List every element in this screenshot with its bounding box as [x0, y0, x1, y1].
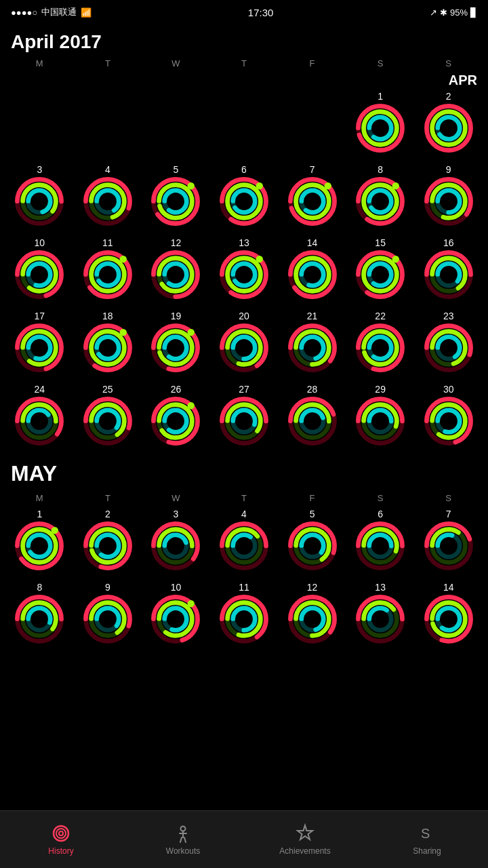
day-cell[interactable]: 26 — [142, 382, 210, 450]
ring-chart — [219, 250, 269, 302]
day-cell[interactable]: 21 — [278, 309, 346, 377]
day-number: 3 — [37, 164, 42, 175]
day-cell[interactable]: 11 — [210, 580, 279, 648]
day-number: 9 — [105, 582, 110, 593]
day-cell[interactable]: 2 — [414, 90, 483, 157]
day-cell[interactable]: 10 — [142, 580, 210, 648]
page-title: April 2017 — [0, 24, 488, 57]
svg-point-83 — [256, 256, 263, 262]
day-cell[interactable]: 12 — [142, 236, 210, 304]
svg-point-5 — [369, 117, 392, 140]
ring-chart — [14, 250, 64, 302]
day-cell: 0 — [210, 90, 279, 157]
day-cell[interactable]: 14 — [278, 236, 346, 304]
svg-point-95 — [369, 264, 392, 286]
ring-chart — [219, 396, 269, 449]
apr-label: APR — [346, 73, 483, 88]
svg-point-44 — [324, 182, 331, 189]
tab-achievements[interactable]: Achievements — [244, 823, 366, 856]
ring-chart — [14, 323, 64, 376]
day-cell[interactable]: 4 — [210, 507, 279, 575]
status-battery: ↗ ✱ 95% ▊ — [430, 7, 477, 18]
day-number: 12 — [307, 582, 318, 593]
svg-point-164 — [165, 410, 187, 433]
day-header-t2: T — [210, 57, 279, 70]
day-cell[interactable]: 29 — [346, 382, 415, 450]
svg-point-50 — [369, 191, 392, 213]
day-cell[interactable]: 9 — [414, 163, 483, 231]
day-cell[interactable]: 28 — [278, 382, 346, 450]
ring-chart — [83, 323, 133, 376]
ring-chart — [355, 594, 405, 647]
empty-day — [287, 103, 338, 153]
day-number: 2 — [105, 509, 110, 519]
day-cell[interactable]: 15 — [346, 236, 415, 304]
ring-chart — [355, 323, 405, 376]
ring-chart — [150, 594, 201, 647]
tab-history-label: History — [48, 846, 73, 856]
ring-chart — [287, 521, 338, 574]
svg-point-30 — [188, 182, 195, 189]
day-cell[interactable]: 9 — [74, 580, 142, 648]
day-number: 6 — [241, 164, 247, 175]
tab-sharing[interactable]: S Sharing — [366, 823, 488, 856]
day-cell[interactable]: 7 — [414, 507, 483, 575]
day-cell[interactable]: 1 — [346, 90, 415, 157]
day-cell[interactable]: 8 — [5, 580, 74, 648]
svg-text:S: S — [421, 826, 430, 841]
day-cell[interactable]: 23 — [414, 309, 483, 377]
ring-chart — [424, 521, 474, 574]
day-cell[interactable]: 13 — [210, 236, 279, 304]
day-number: 28 — [307, 384, 318, 395]
ring-chart — [424, 103, 474, 156]
day-cell[interactable]: 17 — [5, 309, 74, 377]
empty-day — [219, 103, 269, 153]
day-cell[interactable]: 20 — [210, 309, 279, 377]
day-cell[interactable]: 3 — [5, 163, 74, 231]
day-number: 3 — [174, 509, 179, 519]
day-cell[interactable]: 11 — [74, 236, 142, 304]
day-cell[interactable]: 3 — [142, 507, 210, 575]
day-cell[interactable]: 5 — [278, 507, 346, 575]
ring-chart — [150, 323, 201, 376]
ring-chart — [424, 323, 474, 376]
svg-point-115 — [119, 329, 126, 336]
tab-history[interactable]: History — [0, 823, 122, 856]
day-cell[interactable]: 16 — [414, 236, 483, 304]
day-cell[interactable]: 13 — [346, 580, 415, 648]
ring-chart — [219, 176, 269, 229]
day-cell[interactable]: 2 — [74, 507, 142, 575]
day-cell[interactable]: 4 — [74, 163, 142, 231]
svg-marker-280 — [298, 825, 312, 840]
day-cell[interactable]: 1 — [5, 507, 74, 575]
day-cell[interactable]: 30 — [414, 382, 483, 450]
svg-point-275 — [437, 608, 460, 631]
day-number: 4 — [241, 509, 247, 519]
ring-chart — [424, 250, 474, 302]
day-cell[interactable]: 10 — [5, 236, 74, 304]
day-cell[interactable]: 27 — [210, 382, 279, 450]
day-cell[interactable]: 19 — [142, 309, 210, 377]
day-cell[interactable]: 12 — [278, 580, 346, 648]
day-cell[interactable]: 5 — [142, 163, 210, 231]
day-cell[interactable]: 24 — [5, 382, 74, 450]
svg-point-114 — [97, 337, 119, 359]
tab-workouts[interactable]: Workouts — [122, 823, 244, 856]
day-cell[interactable]: 7 — [278, 163, 346, 231]
day-cell[interactable]: 25 — [74, 382, 142, 450]
day-number: 8 — [37, 582, 42, 593]
tab-sharing-label: Sharing — [413, 846, 441, 856]
day-cell[interactable]: 18 — [74, 309, 142, 377]
day-number: 1 — [378, 91, 383, 102]
day-cell[interactable]: 14 — [414, 580, 483, 648]
day-cell[interactable]: 8 — [346, 163, 415, 231]
svg-point-122 — [188, 329, 195, 336]
day-number: 4 — [105, 164, 110, 175]
may-grid: 1234567891011121314 — [0, 507, 488, 648]
ring-chart — [83, 396, 133, 449]
day-number: 10 — [34, 237, 45, 248]
day-cell[interactable]: 6 — [346, 507, 415, 575]
day-header-s2: S — [414, 57, 483, 70]
day-cell[interactable]: 22 — [346, 309, 415, 377]
day-cell[interactable]: 6 — [210, 163, 279, 231]
